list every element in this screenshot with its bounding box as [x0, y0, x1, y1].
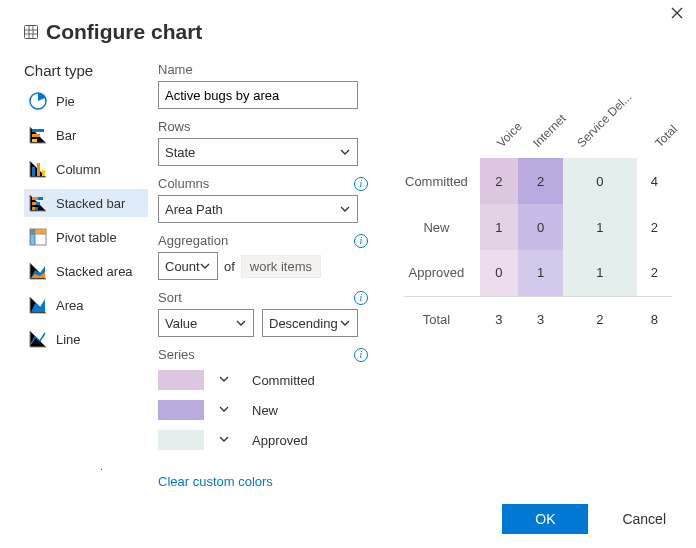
series-label-text: New — [244, 403, 278, 418]
aggregation-select[interactable]: Count — [158, 252, 218, 280]
chevron-down-icon — [339, 317, 351, 329]
info-icon[interactable]: i — [354, 348, 368, 362]
clear-custom-colors-link[interactable]: Clear custom colors — [158, 474, 273, 489]
chart-type-stacked-bar[interactable]: Stacked bar — [24, 189, 148, 217]
table-row: Approved 0 1 1 2 — [404, 250, 672, 296]
series-item[interactable]: New — [158, 400, 368, 420]
settings-panel: Name Rows State Columns i Area Path — [158, 62, 368, 489]
stacked-area-icon — [28, 261, 48, 281]
svg-rect-7 — [42, 170, 45, 176]
chart-type-stacked-area[interactable]: Stacked area — [24, 257, 148, 285]
chart-type-label: Area — [56, 298, 83, 313]
series-label: Series — [158, 347, 195, 362]
chart-type-label: Column — [56, 162, 101, 177]
series-label-text: Approved — [244, 433, 308, 448]
series-swatch — [158, 370, 204, 390]
chart-type-line[interactable]: Line — [24, 325, 148, 353]
series-swatch — [158, 400, 204, 420]
chevron-down-icon — [218, 373, 230, 388]
sort-label: Sort — [158, 290, 182, 305]
col-header: Total — [637, 96, 672, 158]
chart-type-pivot-table[interactable]: Pivot table — [24, 223, 148, 251]
columns-label: Columns — [158, 176, 209, 191]
chevron-down-icon — [235, 317, 247, 329]
columns-select[interactable]: Area Path — [158, 195, 358, 223]
info-icon[interactable]: i — [354, 234, 368, 248]
chart-type-label: Stacked area — [56, 264, 133, 279]
close-icon[interactable] — [670, 6, 684, 23]
area-icon — [28, 295, 48, 315]
series-item[interactable]: Approved — [158, 430, 368, 450]
series-swatch — [158, 430, 204, 450]
pie-icon — [28, 91, 48, 111]
chart-type-bar[interactable]: Bar — [24, 121, 148, 149]
svg-rect-10 — [32, 202, 36, 205]
aggregation-label: Aggregation — [158, 233, 228, 248]
name-label: Name — [158, 62, 193, 77]
chart-type-label: Pie — [56, 94, 75, 109]
aggregation-target: work items — [241, 255, 321, 278]
ok-button[interactable]: OK — [502, 504, 588, 534]
preview-table: Voice Internet Service Del... Total Comm… — [404, 96, 672, 342]
table-grid-icon — [24, 25, 38, 39]
line-icon — [28, 329, 48, 349]
dialog-title: Configure chart — [46, 20, 202, 44]
chart-type-pie[interactable]: Pie — [24, 87, 148, 115]
bar-icon — [28, 125, 48, 145]
rows-select[interactable]: State — [158, 138, 358, 166]
stacked-bar-icon — [28, 193, 48, 213]
chevron-down-icon — [199, 260, 211, 272]
svg-rect-12 — [32, 207, 35, 210]
svg-rect-11 — [36, 202, 40, 205]
chart-type-label: Stacked bar — [56, 196, 125, 211]
svg-rect-16 — [30, 229, 35, 245]
table-row: Committed 2 2 0 4 — [404, 158, 672, 204]
chart-type-label: Line — [56, 332, 81, 347]
chevron-down-icon — [218, 433, 230, 448]
svg-rect-8 — [32, 197, 38, 200]
chart-type-label: Bar — [56, 128, 76, 143]
chevron-down-icon — [339, 146, 351, 158]
col-header: Service Del... — [563, 96, 636, 158]
chevron-down-icon — [218, 403, 230, 418]
chart-type-column[interactable]: Column — [24, 155, 148, 183]
col-header: Voice — [480, 96, 518, 158]
table-row-total: Total 3 3 2 8 — [404, 296, 672, 342]
column-icon — [28, 159, 48, 179]
series-item[interactable]: Committed — [158, 370, 368, 390]
svg-rect-4 — [32, 139, 37, 142]
name-field[interactable] — [158, 81, 358, 109]
rows-label: Rows — [158, 119, 191, 134]
pivot-table-icon — [28, 227, 48, 247]
chart-type-sidebar: Chart type Pie Bar — [24, 62, 148, 489]
sidebar-heading: Chart type — [24, 62, 148, 79]
info-icon[interactable]: i — [354, 291, 368, 305]
sort-dir-select[interactable]: Descending — [262, 309, 358, 337]
svg-rect-6 — [37, 163, 40, 176]
aggregation-of: of — [224, 259, 235, 274]
sort-field-select[interactable]: Value — [158, 309, 254, 337]
svg-rect-3 — [32, 134, 40, 137]
table-row: New 1 0 1 2 — [404, 204, 672, 250]
chart-type-label: Pivot table — [56, 230, 117, 245]
cancel-button[interactable]: Cancel — [616, 510, 672, 528]
chevron-down-icon — [339, 203, 351, 215]
series-label-text: Committed — [244, 373, 315, 388]
info-icon[interactable]: i — [354, 177, 368, 191]
svg-rect-0 — [25, 26, 38, 39]
chart-preview: Voice Internet Service Del... Total Comm… — [378, 62, 672, 489]
svg-rect-13 — [35, 207, 38, 210]
svg-rect-5 — [32, 167, 35, 176]
chart-type-area[interactable]: Area — [24, 291, 148, 319]
svg-rect-2 — [32, 129, 44, 132]
svg-rect-9 — [38, 197, 43, 200]
col-header: Internet — [518, 96, 563, 158]
